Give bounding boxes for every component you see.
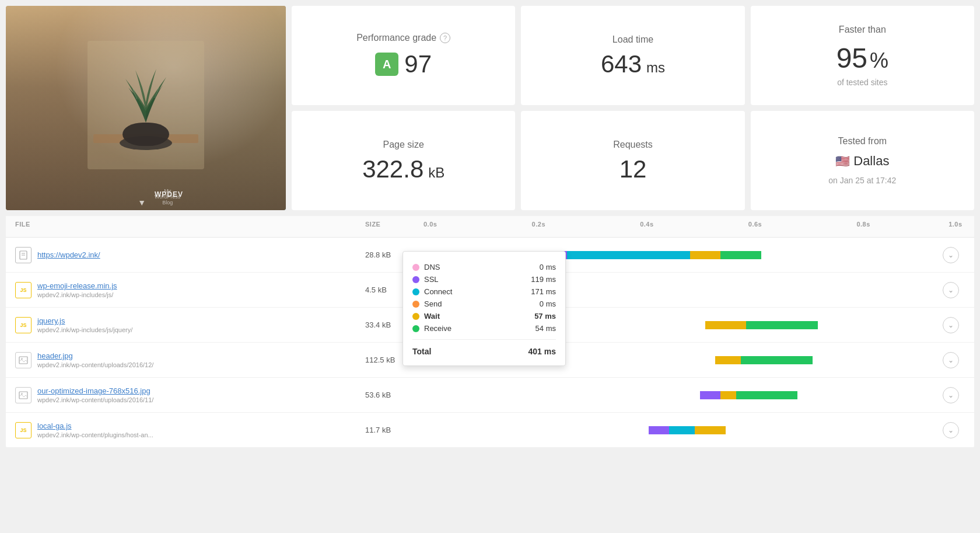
- faster-value-row: 95 %: [836, 42, 888, 74]
- loadtime-unit: ms: [646, 60, 665, 75]
- tooltip-row-ssl: SSL 119 ms: [412, 273, 556, 285]
- grade-badge: A: [375, 53, 398, 76]
- files-table: FILE SIZE 0.0s 0.2s 0.4s 0.6s 0.8s 1.0s …: [6, 216, 974, 448]
- pagesize-label: Page size: [383, 140, 424, 150]
- faster-label: Faster than: [839, 25, 886, 35]
- file-name-3[interactable]: jquery.js: [37, 316, 132, 325]
- table-header: FILE SIZE 0.0s 0.2s 0.4s 0.6s 0.8s 1.0s: [6, 216, 974, 238]
- timeline-6: ⌄: [424, 424, 965, 436]
- performance-label: Performance grade ?: [356, 33, 450, 43]
- tooltip-row-receive: Receive 54 ms: [412, 322, 556, 335]
- svg-point-10: [21, 393, 23, 395]
- file-details-2: wp-emoji-release.min.js wpdev2.ink/wp-in…: [37, 281, 117, 298]
- tooltip-label-dns: DNS: [412, 263, 440, 271]
- expand-btn-1[interactable]: ⌄: [943, 247, 959, 263]
- timeline-5: ⌄: [424, 389, 965, 401]
- file-details-4: header.jpg wpdev2.ink/wp-content/uploads…: [37, 351, 153, 368]
- file-path-2: wpdev2.ink/wp-includes/js/: [37, 291, 117, 298]
- tick-0: 0.0s: [424, 221, 437, 228]
- loadtime-value: 643: [601, 50, 642, 78]
- expand-btn-6[interactable]: ⌄: [943, 422, 959, 438]
- receive-color-dot: [412, 325, 419, 332]
- tooltip-row-connect: Connect 171 ms: [412, 285, 556, 298]
- connect-color-dot: [412, 288, 419, 295]
- file-icon-img-1: [15, 352, 32, 368]
- file-icon-js-2: JS: [15, 317, 32, 333]
- tooltip-row-dns: DNS 0 ms: [412, 261, 556, 273]
- pagesize-value-row: 322.8 kB: [362, 157, 444, 182]
- file-info-1: https://wpdev2.ink/: [15, 247, 365, 263]
- requests-value: 12: [620, 157, 647, 182]
- faster-unit: %: [870, 48, 888, 72]
- tick-3: 0.6s: [748, 221, 762, 228]
- tooltip-label-send: Send: [412, 299, 442, 308]
- tested-date: on Jan 25 at 17:42: [828, 176, 896, 185]
- svg-rect-3: [123, 123, 169, 146]
- tooltip-total-label: Total: [412, 347, 431, 356]
- file-info-4: header.jpg wpdev2.ink/wp-content/uploads…: [15, 351, 365, 368]
- file-name-1[interactable]: https://wpdev2.ink/: [37, 250, 100, 259]
- file-path-6: wpdev2.ink/wp-content/plugins/host-an...: [37, 431, 153, 438]
- file-name-2[interactable]: wp-emoji-release.min.js: [37, 281, 117, 290]
- file-info-2: JS wp-emoji-release.min.js wpdev2.ink/wp…: [15, 281, 365, 298]
- file-path-5: wpdev2.ink/wp-content/uploads/2016/11/: [37, 396, 153, 403]
- file-icon-js-3: JS: [15, 422, 32, 438]
- pagesize-value: 322.8: [362, 155, 424, 183]
- file-details-3: jquery.js wpdev2.ink/wp-includes/js/jque…: [37, 316, 132, 333]
- file-info-5: our-optimized-image-768x516.jpg wpdev2.i…: [15, 386, 365, 403]
- file-name-6[interactable]: local-ga.js: [37, 421, 153, 430]
- grade-row: A 97: [375, 50, 432, 78]
- file-row-6: JS local-ga.js wpdev2.ink/wp-content/plu…: [6, 413, 974, 448]
- tooltip-label-connect: Connect: [412, 287, 452, 296]
- tick-1: 0.2s: [532, 221, 545, 228]
- file-details-1: https://wpdev2.ink/: [37, 250, 100, 259]
- metrics-grid: Performance grade ? A 97 Load time 643 m…: [292, 6, 974, 210]
- svg-point-8: [21, 358, 23, 360]
- file-icon-js-1: JS: [15, 282, 32, 298]
- tooltip-row-send: Send 0 ms: [412, 298, 556, 310]
- tooltip-row-wait: Wait 57 ms: [412, 310, 556, 322]
- dns-color-dot: [412, 264, 419, 271]
- file-name-5[interactable]: our-optimized-image-768x516.jpg: [37, 386, 153, 395]
- expand-btn-2[interactable]: ⌄: [943, 282, 959, 298]
- location-value: Dallas: [853, 154, 889, 169]
- ssl-color-dot: [412, 276, 419, 283]
- tested-label: Tested from: [838, 136, 887, 147]
- file-icon-html: [15, 247, 32, 263]
- site-sublabel: My WordPress Blog: [155, 188, 180, 205]
- file-info-3: JS jquery.js wpdev2.ink/wp-includes/js/j…: [15, 316, 365, 333]
- performance-card: Performance grade ? A 97: [292, 6, 515, 105]
- col-timeline: 0.0s 0.2s 0.4s 0.6s 0.8s 1.0s: [424, 221, 965, 232]
- screenshot-illustration: [88, 41, 204, 169]
- requests-label: Requests: [613, 140, 653, 150]
- file-row-5: our-optimized-image-768x516.jpg wpdev2.i…: [6, 378, 974, 413]
- requests-card: Requests 12: [521, 111, 744, 210]
- faster-sub: of tested sites: [837, 78, 887, 87]
- file-path-4: wpdev2.ink/wp-content/uploads/2016/12/: [37, 361, 153, 368]
- col-file: FILE: [15, 221, 365, 232]
- tick-5: 1.0s: [949, 221, 962, 228]
- expand-btn-5[interactable]: ⌄: [943, 387, 959, 403]
- col-size: SIZE: [365, 221, 424, 232]
- table-row: JS local-ga.js wpdev2.ink/wp-content/plu…: [6, 413, 974, 448]
- table-row: our-optimized-image-768x516.jpg wpdev2.i…: [6, 378, 974, 413]
- pagesize-unit: kB: [428, 165, 444, 180]
- tooltip-label-ssl: SSL: [412, 275, 439, 284]
- grade-score: 97: [404, 50, 432, 78]
- tooltip-total-value: 401 ms: [528, 347, 556, 356]
- loadtime-value-row: 643 ms: [601, 52, 665, 76]
- loadtime-label: Load time: [612, 34, 653, 45]
- flag-icon: 🇺🇸: [835, 154, 850, 168]
- expand-btn-3[interactable]: ⌄: [943, 317, 959, 333]
- file-size-6: 11.7 kB: [365, 426, 424, 434]
- file-info-6: JS local-ga.js wpdev2.ink/wp-content/plu…: [15, 421, 365, 438]
- file-name-4[interactable]: header.jpg: [37, 351, 153, 360]
- info-icon[interactable]: ?: [440, 33, 450, 43]
- file-details-6: local-ga.js wpdev2.ink/wp-content/plugin…: [37, 421, 153, 438]
- expand-btn-4[interactable]: ⌄: [943, 352, 959, 368]
- tooltip-label-receive: Receive: [412, 324, 452, 333]
- site-screenshot: WPDEV My WordPress Blog ▼: [6, 6, 286, 210]
- faster-card: Faster than 95 % of tested sites: [751, 6, 974, 105]
- file-path-3: wpdev2.ink/wp-includes/js/jquery/: [37, 326, 132, 333]
- tooltip-label-wait: Wait: [412, 312, 440, 321]
